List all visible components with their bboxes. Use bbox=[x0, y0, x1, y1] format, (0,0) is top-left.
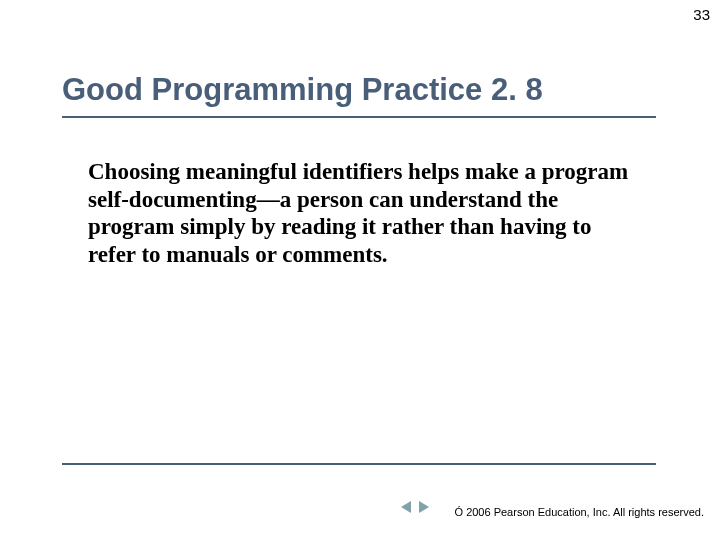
next-slide-button[interactable] bbox=[416, 500, 432, 514]
slide-body-text: Choosing meaningful identifiers helps ma… bbox=[88, 158, 636, 268]
page-number: 33 bbox=[693, 6, 710, 23]
arrow-right-icon bbox=[419, 501, 429, 513]
title-underline bbox=[62, 116, 656, 118]
copyright-symbol: Ó bbox=[455, 506, 464, 518]
copyright-text: Ó 2006 Pearson Education, Inc. All right… bbox=[455, 506, 704, 518]
nav-arrows bbox=[398, 500, 432, 514]
prev-slide-button[interactable] bbox=[398, 500, 414, 514]
bottom-rule bbox=[62, 463, 656, 465]
copyright-label: 2006 Pearson Education, Inc. All rights … bbox=[463, 506, 704, 518]
arrow-left-icon bbox=[401, 501, 411, 513]
slide-title: Good Programming Practice 2. 8 bbox=[62, 72, 543, 108]
